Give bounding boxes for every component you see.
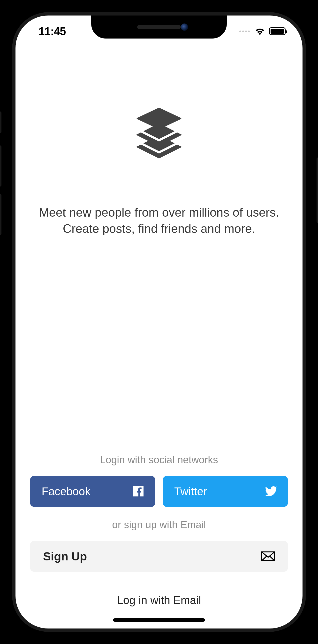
device-camera [181,24,188,31]
content-area: Meet new people from over millions of us… [15,47,303,628]
screen: 11:45 [15,16,303,628]
twitter-button-label: Twitter [174,485,207,498]
onboarding-tagline: Meet new people from over millions of us… [30,204,288,237]
twitter-icon [264,484,278,498]
device-notch [91,16,227,38]
facebook-login-button[interactable]: Facebook [30,476,155,507]
login-email-link[interactable]: Log in with Email [30,589,288,628]
device-speaker [137,25,181,29]
facebook-icon [132,484,145,498]
device-frame: 11:45 [0,0,318,644]
layers-icon [129,103,189,163]
envelope-icon [261,551,275,562]
device-volume-down [0,194,1,235]
wifi-icon [255,28,265,35]
twitter-login-button[interactable]: Twitter [163,476,288,507]
device-volume-up [0,145,1,186]
battery-icon [269,28,286,35]
status-indicators [239,28,286,35]
email-signup-prompt: or sign up with Email [30,519,288,530]
status-time: 11:45 [38,25,66,38]
facebook-button-label: Facebook [42,485,90,498]
cellular-dots-icon [239,30,250,32]
device-inner: 11:45 [12,12,306,632]
home-indicator[interactable] [113,618,205,622]
app-logo-wrap [30,103,288,163]
device-power-button [317,158,318,223]
social-login-prompt: Login with social networks [30,454,288,466]
signup-email-button[interactable]: Sign Up [30,541,288,572]
signup-button-label: Sign Up [43,550,87,563]
device-mute-switch [0,112,1,133]
social-buttons-row: Facebook Twitter [30,476,288,507]
